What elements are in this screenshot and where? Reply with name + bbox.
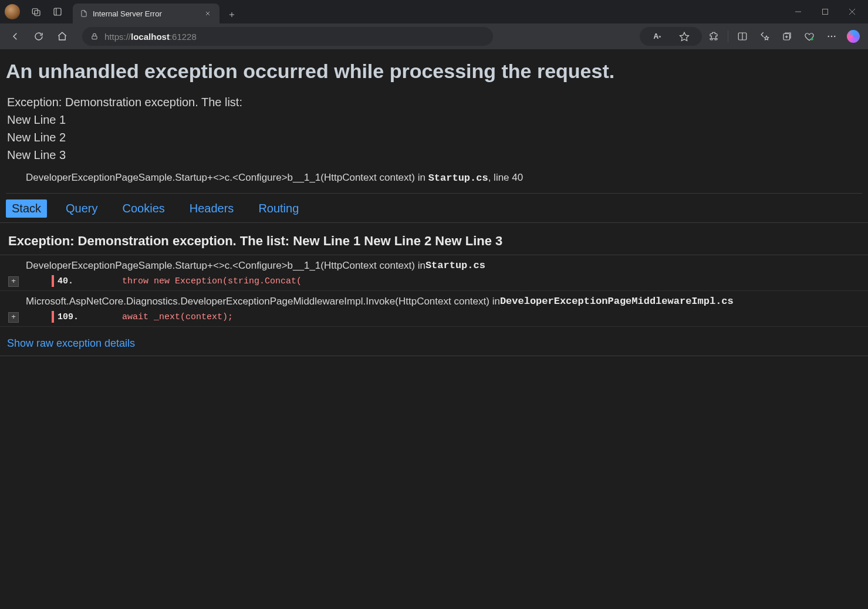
stack-section-title: Exception: Demonstration exception. The … — [0, 223, 868, 255]
svg-rect-1 — [35, 11, 40, 16]
error-marker-icon — [52, 311, 54, 323]
svg-rect-12 — [92, 36, 97, 39]
svg-rect-9 — [823, 9, 828, 15]
svg-point-23 — [834, 36, 835, 37]
toolbar-divider — [728, 31, 728, 42]
expand-frame-button[interactable]: + — [8, 312, 19, 323]
back-button[interactable] — [5, 26, 26, 47]
svg-point-20 — [810, 38, 813, 40]
minimize-button[interactable] — [785, 0, 812, 23]
show-raw-exception-link[interactable]: Show raw exception details — [0, 327, 868, 356]
split-screen-icon[interactable] — [732, 26, 753, 47]
tab-headers[interactable]: Headers — [184, 199, 240, 218]
tab-stack[interactable]: Stack — [6, 199, 47, 218]
vertical-tabs-icon[interactable] — [47, 1, 68, 22]
read-aloud-icon[interactable]: A» — [647, 26, 668, 47]
profile-avatar[interactable] — [5, 4, 20, 19]
stack-frame: Microsoft.AspNetCore.Diagnostics.Develop… — [0, 291, 868, 327]
svg-point-22 — [831, 36, 832, 37]
tab-strip: Internal Server Error — [73, 0, 241, 23]
favorites-icon[interactable] — [754, 26, 775, 47]
line-number: 109. — [58, 312, 87, 322]
code-snippet: await _next(context); — [122, 312, 233, 322]
svg-marker-16 — [764, 36, 768, 40]
svg-rect-0 — [32, 9, 38, 14]
svg-rect-2 — [54, 8, 61, 15]
close-tab-icon[interactable] — [202, 8, 214, 19]
page-actions-pill: A» — [640, 27, 702, 46]
document-icon — [80, 9, 88, 18]
browser-toolbar: https://localhost:61228 A» — [0, 23, 868, 49]
developer-exception-page: An unhandled exception occurred while pr… — [0, 49, 868, 609]
error-marker-icon — [52, 275, 54, 287]
detail-tabs: Stack Query Cookies Headers Routing — [0, 194, 868, 223]
tab-query[interactable]: Query — [60, 199, 103, 218]
home-button[interactable] — [52, 26, 73, 47]
line-number: 40. — [58, 276, 87, 286]
close-window-button[interactable] — [839, 0, 866, 23]
favorite-icon[interactable] — [674, 26, 695, 47]
maximize-button[interactable] — [812, 0, 839, 23]
extensions-icon[interactable] — [703, 26, 724, 47]
lock-icon — [90, 32, 99, 40]
stack-frame-code: 109. await _next(context); — [19, 310, 868, 326]
browser-essentials-icon[interactable] — [799, 26, 820, 47]
workspaces-icon[interactable] — [26, 1, 47, 22]
window-controls — [785, 0, 866, 23]
collections-icon[interactable] — [776, 26, 798, 47]
window-titlebar: Internal Server Error — [0, 0, 868, 23]
exception-message: Exception: Demonstration exception. The … — [0, 93, 868, 168]
page-title: An unhandled exception occurred while pr… — [0, 56, 868, 93]
tab-title: Internal Server Error — [93, 9, 162, 18]
refresh-button[interactable] — [28, 26, 49, 47]
stack-frame: DeveloperExceptionPageSample.Startup+<>c… — [0, 255, 868, 291]
svg-point-21 — [828, 36, 829, 37]
svg-marker-13 — [680, 32, 689, 40]
tab-cookies[interactable]: Cookies — [117, 199, 171, 218]
exception-origin: DeveloperExceptionPageSample.Startup+<>c… — [0, 168, 868, 193]
copilot-icon[interactable] — [847, 30, 860, 43]
new-tab-button[interactable] — [223, 6, 241, 23]
browser-tab[interactable]: Internal Server Error — [73, 4, 219, 23]
stack-frame-header[interactable]: DeveloperExceptionPageSample.Startup+<>c… — [0, 255, 868, 274]
address-bar[interactable]: https://localhost:61228 — [82, 27, 493, 46]
url-text: https://localhost:61228 — [104, 32, 197, 42]
tab-routing[interactable]: Routing — [252, 199, 305, 218]
stack-frame-code: 40. throw new Exception(string.Concat( — [19, 274, 868, 290]
code-snippet: throw new Exception(string.Concat( — [122, 276, 302, 286]
stack-frame-header[interactable]: Microsoft.AspNetCore.Diagnostics.Develop… — [0, 291, 868, 310]
expand-frame-button[interactable]: + — [8, 276, 19, 287]
settings-more-icon[interactable] — [821, 26, 842, 47]
